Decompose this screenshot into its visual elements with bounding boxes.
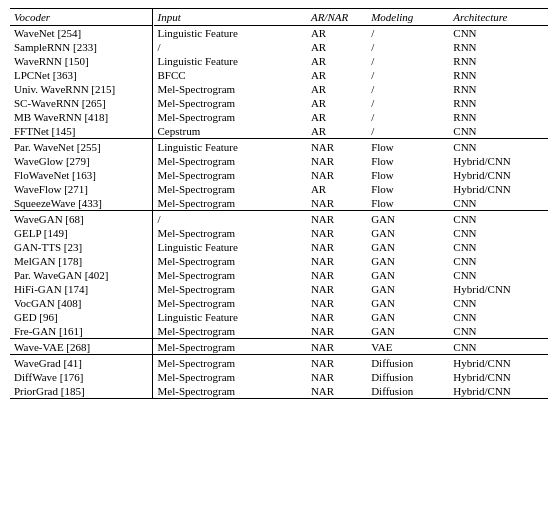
cell-architecture: Hybrid/CNN <box>449 154 548 168</box>
cell-input: / <box>154 211 307 227</box>
header-input: Input <box>154 9 307 26</box>
table-row: Univ. WaveRNN [215] Mel-Spectrogram AR /… <box>10 82 548 96</box>
cell-vocoder: GED [96] <box>10 310 152 324</box>
cell-arnar: NAR <box>307 370 367 384</box>
table-row: DiffWave [176] Mel-Spectrogram NAR Diffu… <box>10 370 548 384</box>
cell-vocoder: WaveFlow [271] <box>10 182 152 196</box>
cell-vocoder: WaveRNN [150] <box>10 54 152 68</box>
cell-vocoder: Par. WaveNet [255] <box>10 139 152 155</box>
cell-input: BFCC <box>154 68 307 82</box>
cell-architecture: CNN <box>449 296 548 310</box>
cell-arnar: NAR <box>307 384 367 399</box>
cell-input: Mel-Spectrogram <box>154 96 307 110</box>
table-row: VocGAN [408] Mel-Spectrogram NAR GAN CNN <box>10 296 548 310</box>
table-row: MB WaveRNN [418] Mel-Spectrogram AR / RN… <box>10 110 548 124</box>
cell-modeling: / <box>367 124 449 139</box>
cell-vocoder: Univ. WaveRNN [215] <box>10 82 152 96</box>
cell-vocoder: FFTNet [145] <box>10 124 152 139</box>
cell-arnar: NAR <box>307 154 367 168</box>
cell-modeling: GAN <box>367 226 449 240</box>
cell-architecture: Hybrid/CNN <box>449 370 548 384</box>
table-row: Par. WaveNet [255] Linguistic Feature NA… <box>10 139 548 155</box>
cell-input: Mel-Spectrogram <box>154 339 307 355</box>
cell-architecture: CNN <box>449 310 548 324</box>
header-arnar: AR/NAR <box>307 9 367 26</box>
cell-arnar: AR <box>307 96 367 110</box>
cell-input: Mel-Spectrogram <box>154 254 307 268</box>
cell-input: Linguistic Feature <box>154 240 307 254</box>
cell-architecture: RNN <box>449 40 548 54</box>
cell-architecture: RNN <box>449 96 548 110</box>
cell-modeling: GAN <box>367 211 449 227</box>
cell-architecture: Hybrid/CNN <box>449 168 548 182</box>
cell-architecture: CNN <box>449 254 548 268</box>
cell-input: / <box>154 40 307 54</box>
cell-arnar: NAR <box>307 240 367 254</box>
cell-modeling: GAN <box>367 254 449 268</box>
cell-arnar: AR <box>307 68 367 82</box>
table-row: FFTNet [145] Cepstrum AR / CNN <box>10 124 548 139</box>
cell-architecture: CNN <box>449 196 548 211</box>
cell-input: Mel-Spectrogram <box>154 226 307 240</box>
cell-input: Mel-Spectrogram <box>154 324 307 339</box>
table-row: GAN-TTS [23] Linguistic Feature NAR GAN … <box>10 240 548 254</box>
cell-arnar: AR <box>307 110 367 124</box>
cell-architecture: RNN <box>449 68 548 82</box>
cell-modeling: GAN <box>367 282 449 296</box>
cell-architecture: CNN <box>449 226 548 240</box>
cell-modeling: GAN <box>367 240 449 254</box>
cell-modeling: GAN <box>367 296 449 310</box>
cell-vocoder: GELP [149] <box>10 226 152 240</box>
cell-modeling: Flow <box>367 182 449 196</box>
cell-vocoder: WaveGrad [41] <box>10 355 152 371</box>
cell-architecture: Hybrid/CNN <box>449 182 548 196</box>
table-row: WaveNet [254] Linguistic Feature AR / CN… <box>10 26 548 41</box>
table-row: GED [96] Linguistic Feature NAR GAN CNN <box>10 310 548 324</box>
cell-modeling: Flow <box>367 154 449 168</box>
cell-input: Mel-Spectrogram <box>154 154 307 168</box>
cell-modeling: Diffusion <box>367 370 449 384</box>
header-architecture: Architecture <box>449 9 548 26</box>
cell-vocoder: FloWaveNet [163] <box>10 168 152 182</box>
cell-arnar: NAR <box>307 355 367 371</box>
cell-arnar: AR <box>307 26 367 41</box>
table-row: FloWaveNet [163] Mel-Spectrogram NAR Flo… <box>10 168 548 182</box>
cell-modeling: GAN <box>367 310 449 324</box>
table-row: WaveGrad [41] Mel-Spectrogram NAR Diffus… <box>10 355 548 371</box>
cell-arnar: NAR <box>307 226 367 240</box>
cell-input: Mel-Spectrogram <box>154 296 307 310</box>
cell-vocoder: LPCNet [363] <box>10 68 152 82</box>
cell-architecture: Hybrid/CNN <box>449 355 548 371</box>
table-row: SC-WaveRNN [265] Mel-Spectrogram AR / RN… <box>10 96 548 110</box>
cell-arnar: NAR <box>307 282 367 296</box>
cell-input: Mel-Spectrogram <box>154 355 307 371</box>
table-row: LPCNet [363] BFCC AR / RNN <box>10 68 548 82</box>
cell-vocoder: MB WaveRNN [418] <box>10 110 152 124</box>
cell-arnar: NAR <box>307 254 367 268</box>
header-modeling: Modeling <box>367 9 449 26</box>
cell-architecture: CNN <box>449 211 548 227</box>
cell-architecture: CNN <box>449 26 548 41</box>
cell-input: Linguistic Feature <box>154 54 307 68</box>
cell-input: Mel-Spectrogram <box>154 384 307 399</box>
cell-input: Linguistic Feature <box>154 310 307 324</box>
table-row: GELP [149] Mel-Spectrogram NAR GAN CNN <box>10 226 548 240</box>
cell-arnar: NAR <box>307 168 367 182</box>
cell-arnar: AR <box>307 182 367 196</box>
cell-modeling: Diffusion <box>367 384 449 399</box>
table-row: Fre-GAN [161] Mel-Spectrogram NAR GAN CN… <box>10 324 548 339</box>
cell-vocoder: Par. WaveGAN [402] <box>10 268 152 282</box>
table-row: MelGAN [178] Mel-Spectrogram NAR GAN CNN <box>10 254 548 268</box>
cell-architecture: CNN <box>449 268 548 282</box>
cell-vocoder: WaveGAN [68] <box>10 211 152 227</box>
cell-modeling: / <box>367 26 449 41</box>
cell-arnar: AR <box>307 54 367 68</box>
cell-modeling: Flow <box>367 196 449 211</box>
table-row: Wave-VAE [268] Mel-Spectrogram NAR VAE C… <box>10 339 548 355</box>
table-row: PriorGrad [185] Mel-Spectrogram NAR Diff… <box>10 384 548 399</box>
cell-arnar: NAR <box>307 139 367 155</box>
cell-input: Mel-Spectrogram <box>154 282 307 296</box>
table-row: HiFi-GAN [174] Mel-Spectrogram NAR GAN H… <box>10 282 548 296</box>
cell-modeling: / <box>367 110 449 124</box>
cell-input: Cepstrum <box>154 124 307 139</box>
